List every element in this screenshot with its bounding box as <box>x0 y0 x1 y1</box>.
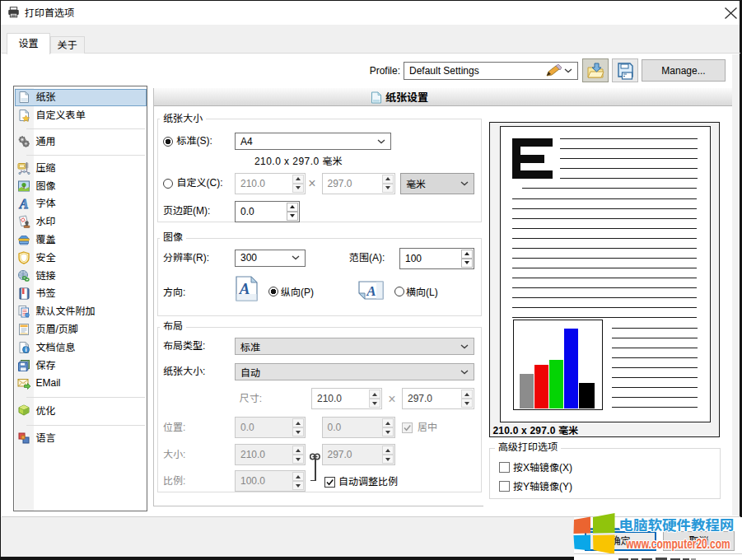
svg-text:A: A <box>19 197 29 210</box>
svg-text:A: A <box>366 283 376 299</box>
svg-text:i: i <box>25 346 26 353</box>
svg-text:A: A <box>239 280 250 297</box>
